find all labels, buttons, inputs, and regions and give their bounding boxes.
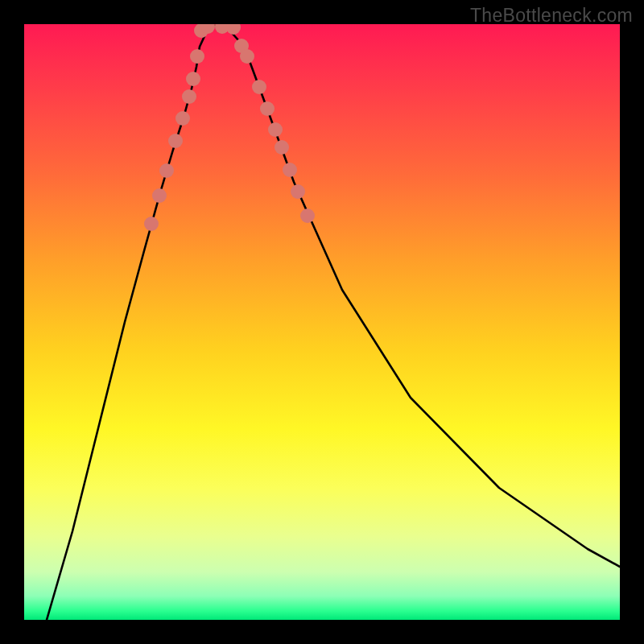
svg-point-5 <box>182 89 196 104</box>
svg-point-6 <box>186 72 200 86</box>
chart-svg <box>24 24 620 620</box>
svg-point-17 <box>275 140 289 155</box>
svg-point-14 <box>252 80 266 94</box>
svg-point-2 <box>159 163 174 178</box>
svg-point-3 <box>168 134 183 148</box>
svg-point-0 <box>144 217 159 231</box>
svg-point-15 <box>260 101 275 116</box>
data-dots <box>144 24 315 231</box>
svg-point-13 <box>240 49 254 64</box>
svg-point-4 <box>175 111 190 126</box>
svg-point-16 <box>268 122 283 137</box>
bottleneck-curve <box>47 26 620 620</box>
chart-frame: TheBottleneck.com <box>0 0 644 644</box>
svg-point-1 <box>152 188 167 203</box>
svg-point-20 <box>300 208 315 223</box>
watermark-text: TheBottleneck.com <box>470 5 633 27</box>
svg-point-11 <box>226 24 241 35</box>
plot-area <box>24 24 620 620</box>
svg-point-7 <box>190 49 204 64</box>
svg-point-18 <box>283 163 297 177</box>
svg-point-19 <box>291 184 305 199</box>
